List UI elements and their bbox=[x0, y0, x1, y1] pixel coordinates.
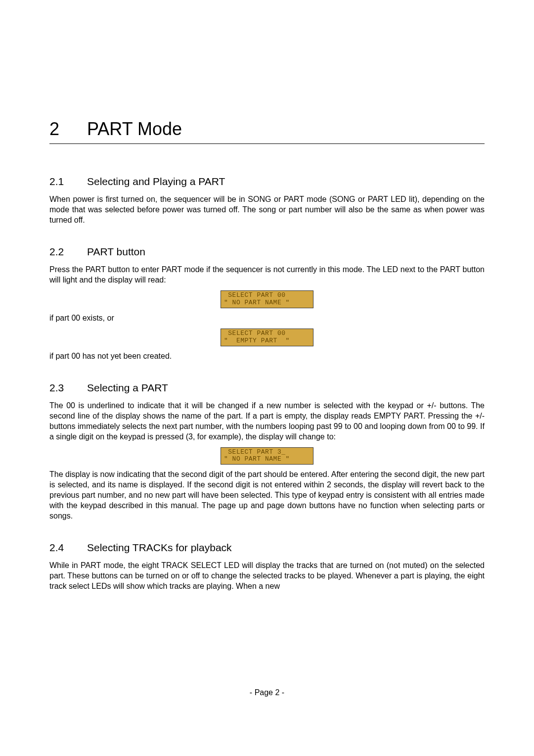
section-2-1-heading: 2.1Selecting and Playing a PART bbox=[49, 176, 485, 188]
chapter-title-text: PART Mode bbox=[87, 119, 182, 139]
section-title: Selecting a PART bbox=[87, 382, 168, 393]
page-footer: - Page 2 - bbox=[0, 688, 534, 697]
section-title: Selecting and Playing a PART bbox=[87, 176, 225, 187]
body-paragraph: The 00 is underlined to indicate that it… bbox=[49, 401, 485, 442]
body-paragraph: if part 00 has not yet been created. bbox=[49, 351, 485, 362]
section-title: PART button bbox=[87, 246, 145, 257]
page-content: 2PART Mode 2.1Selecting and Playing a PA… bbox=[49, 119, 485, 597]
lcd-display: SELECT PART 3_ " NO PART NAME " bbox=[221, 447, 313, 465]
chapter-number: 2 bbox=[49, 119, 87, 140]
body-paragraph: if part 00 exists, or bbox=[49, 313, 485, 324]
lcd-display: SELECT PART 00 " EMPTY PART " bbox=[221, 329, 313, 346]
body-paragraph: While in PART mode, the eight TRACK SELE… bbox=[49, 561, 485, 591]
body-paragraph: When power is first turned on, the seque… bbox=[49, 194, 485, 225]
section-number: 2.2 bbox=[49, 246, 87, 258]
chapter-title: 2PART Mode bbox=[49, 119, 485, 140]
body-paragraph: Press the PART button to enter PART mode… bbox=[49, 265, 485, 285]
section-number: 2.4 bbox=[49, 542, 87, 554]
section-2-2-heading: 2.2PART button bbox=[49, 246, 485, 258]
section-2-3-heading: 2.3Selecting a PART bbox=[49, 382, 485, 394]
section-number: 2.1 bbox=[49, 176, 87, 188]
lcd-display: SELECT PART 00 " NO PART NAME " bbox=[221, 290, 313, 308]
chapter-divider bbox=[49, 143, 485, 144]
section-number: 2.3 bbox=[49, 382, 87, 394]
section-2-4-heading: 2.4Selecting TRACKs for playback bbox=[49, 542, 485, 554]
section-title: Selecting TRACKs for playback bbox=[87, 542, 232, 553]
body-paragraph: The display is now indicating that the s… bbox=[49, 470, 485, 521]
